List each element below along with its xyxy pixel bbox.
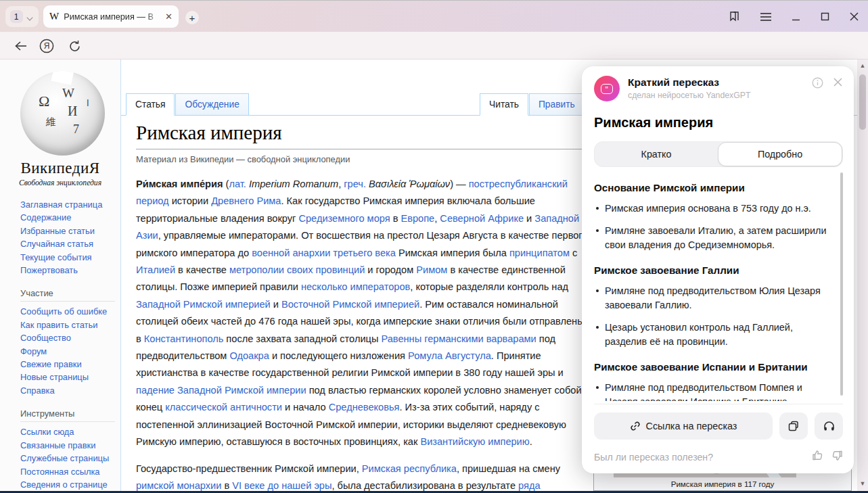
tab-counter-button[interactable]: 1 (5, 6, 39, 27)
wiki-tab[interactable]: Обсуждение (175, 93, 248, 116)
article-link[interactable]: лат. (229, 179, 246, 189)
detail-toggle: КраткоПодробно (594, 141, 843, 167)
sidebar-link[interactable]: Сведения о странице (20, 478, 118, 491)
sidebar-link[interactable]: Сообщество (20, 331, 118, 344)
browser-tab[interactable]: W Римская империя — В ✕ (43, 5, 179, 28)
sidebar-link[interactable]: Ссылки сюда (20, 425, 118, 438)
bullet-dot (596, 207, 599, 210)
panel-close-icon[interactable] (833, 77, 843, 91)
info-icon[interactable] (812, 77, 823, 91)
article-link[interactable]: Северной Африке (440, 213, 524, 224)
scroll-down-icon[interactable]: ▼ (857, 480, 868, 487)
sidebar-section: ИнструментыСсылки сюдаСвязанные правкиСл… (20, 408, 118, 493)
article-link[interactable]: Римская республика (362, 463, 457, 474)
copy-icon (788, 421, 799, 431)
wiki-sidebar: Ω W И 維 7 ا ВикипедиЯ Свободная энциклоп… (0, 60, 120, 491)
wiki-logo-subtitle: Свободная энциклопедия (0, 179, 120, 187)
wiki-tab[interactable]: Править (529, 93, 585, 116)
article-link[interactable]: Константинополь (144, 333, 224, 344)
article-link[interactable]: Византийскую империю (420, 436, 529, 447)
article-link[interactable]: Западной Римской империей (136, 299, 271, 310)
quote-logo-icon: ‟ (594, 76, 620, 101)
sidebar-link[interactable]: Свежие правки (20, 358, 118, 371)
article-link[interactable]: Средиземного моря (298, 213, 390, 224)
article-text: Римская империя была (396, 248, 509, 258)
tab-count: 1 (10, 10, 23, 23)
tab-close-icon[interactable]: ✕ (165, 11, 173, 22)
close-icon[interactable] (850, 12, 859, 21)
sidebar-link[interactable]: Справка (20, 384, 118, 397)
sidebar-link[interactable]: Заглавная страница (20, 198, 118, 211)
article-text: Imperium Romanum (249, 179, 338, 189)
article-link[interactable]: Римом (416, 264, 447, 275)
sidebar-link[interactable]: Случайная статья (20, 237, 118, 250)
summary-bullet: Римляне под предводительством Юлия Цезар… (594, 284, 833, 312)
new-tab-button[interactable]: + (185, 11, 199, 24)
article-link[interactable]: Одоакра (229, 350, 269, 361)
wiki-tab[interactable]: Читать (480, 93, 528, 116)
thumb-down-icon[interactable] (831, 450, 843, 464)
sidebar-link[interactable]: Текущие события (20, 251, 118, 264)
sidebar-link[interactable]: Содержание (20, 211, 118, 224)
article-link[interactable]: военной анархии третьего века (252, 248, 396, 258)
maximize-icon[interactable] (821, 12, 829, 21)
summary-bullet: Римская империя основана в 753 году до н… (594, 202, 833, 216)
yandex-icon[interactable]: Я (38, 37, 55, 55)
article-link[interactable]: Восточной Римской империей (281, 299, 419, 310)
sidebar-link[interactable]: Связанные правки (20, 439, 118, 452)
article-link[interactable]: Европе (401, 213, 434, 224)
wiki-logo-title[interactable]: ВикипедиЯ (0, 160, 120, 177)
listen-button[interactable] (815, 413, 843, 440)
reload-icon[interactable] (66, 37, 83, 55)
article-link[interactable]: Древнего Рима (211, 195, 281, 206)
wiki-tab[interactable]: Статья (126, 93, 175, 116)
article-text: Государство-предшественник Римской импер… (136, 463, 362, 474)
article-body: Ри́мская импе́рия (лат. Imperium Romanum… (136, 176, 591, 493)
sidebar-link[interactable]: Новые страницы (20, 371, 118, 383)
bullet-dot (596, 386, 599, 389)
summary-link-button[interactable]: Ссылка на пересказ (594, 413, 773, 440)
wikipedia-globe-logo[interactable]: Ω W И 維 7 ا (20, 71, 105, 156)
article-link[interactable]: VI веке до нашей эры (232, 480, 332, 491)
article-link[interactable]: Ромула Августула (408, 350, 491, 361)
panel-tab-Кратко[interactable]: Кратко (595, 142, 718, 166)
article-link[interactable]: Средневековья (329, 402, 400, 413)
sidebar-link[interactable]: Постоянная ссылка (20, 465, 118, 478)
panel-tab-Подробно[interactable]: Подробно (718, 142, 842, 166)
sidebar-link[interactable]: Избранные статьи (20, 225, 118, 237)
sidebar-link[interactable]: Сообщить об ошибке (20, 305, 118, 318)
thumb-up-icon[interactable] (812, 450, 823, 464)
article-link[interactable]: классической античности (165, 402, 282, 413)
sidebar-link[interactable]: Форум (20, 345, 118, 358)
article-link[interactable]: римской монархии (136, 480, 221, 491)
tab-bar: 1 W Римская империя — В ✕ + (0, 0, 868, 32)
bullet-text: Цезарь установил контроль над Галлией, р… (605, 321, 833, 349)
sidebar-link[interactable]: Служебные страницы (20, 452, 118, 465)
sidebar-link[interactable]: Пожертвовать (20, 264, 118, 277)
summary-sections: Основание Римской империиРимская империя… (594, 182, 843, 401)
headphones-icon (823, 421, 835, 431)
sidebar-link[interactable]: Как править статьи (20, 319, 118, 331)
scrollbar-thumb[interactable] (859, 74, 866, 130)
article-link[interactable]: греч. (344, 179, 366, 189)
page-scrollbar[interactable]: ▲ ▼ (857, 60, 868, 491)
article-link[interactable]: несколько императоров (301, 281, 410, 292)
scroll-up-icon[interactable]: ▲ (857, 62, 868, 69)
panel-scrollbar-thumb[interactable] (840, 172, 843, 396)
bullet-dot (596, 326, 599, 329)
article-link[interactable]: падение Западной Римской империи (136, 385, 306, 396)
sidebar-panels-icon[interactable] (729, 11, 740, 22)
article-text: , которые разделяли контроль над (410, 281, 568, 292)
article-link[interactable]: германскими варварами (424, 333, 536, 344)
wikipedia-favicon: W (49, 11, 59, 22)
back-icon[interactable] (12, 37, 30, 55)
article-link[interactable]: Италией (136, 264, 175, 275)
article-text: ) — (450, 179, 469, 189)
article-link[interactable]: принципатом (509, 248, 570, 258)
menu-icon[interactable] (760, 13, 771, 21)
article-link[interactable]: метрополии своих провинций (229, 264, 365, 275)
article-link[interactable]: Равенны (381, 333, 421, 344)
copy-button[interactable] (779, 413, 808, 440)
article-text: в качестве (175, 264, 229, 275)
minimize-icon[interactable] (792, 12, 800, 21)
